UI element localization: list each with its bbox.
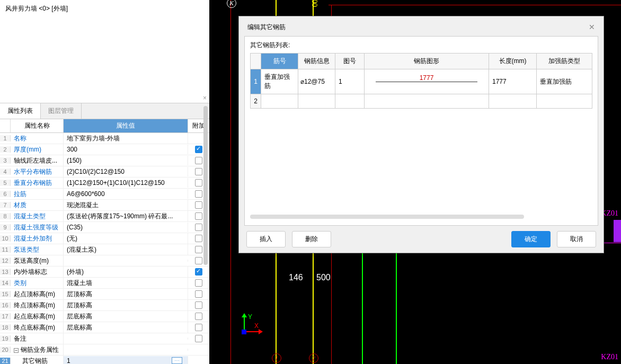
header-value[interactable]: 属性值 — [64, 119, 188, 132]
property-name: 混凝土外加剂 — [11, 233, 64, 244]
cell-shape[interactable]: 1777 — [365, 69, 489, 94]
property-value[interactable]: (混凝土泵) — [64, 244, 188, 255]
row-number: 14 — [0, 280, 11, 286]
property-value[interactable]: 现浇混凝土 — [64, 200, 188, 211]
property-row[interactable]: 12泵送高度(m) — [0, 255, 209, 267]
rebar-grid: 筋号 钢筋信息 图号 钢筋图形 长度(mm) 加强筋类型 1垂直加强筋⌀12@7… — [250, 53, 592, 109]
ok-button[interactable]: 确定 — [511, 231, 551, 247]
checkbox-icon[interactable] — [195, 201, 202, 209]
cell-type[interactable]: 垂直加强筋 — [537, 69, 592, 94]
property-row[interactable]: 4水平分布钢筋(2)C10/(2)C12@150 — [0, 166, 209, 177]
property-value[interactable] — [64, 260, 188, 262]
header-info[interactable]: 钢筋信息 — [298, 54, 335, 69]
cell-diagram[interactable]: 1 — [335, 69, 365, 94]
property-value[interactable]: 层底标高 — [64, 311, 188, 322]
more-icon[interactable]: ⋯ — [172, 357, 182, 364]
property-row[interactable]: 16终点顶标高(m)层顶标高 — [0, 300, 209, 311]
header-type[interactable]: 加强筋类型 — [537, 54, 592, 69]
cell-info[interactable] — [298, 94, 335, 109]
cell-length[interactable] — [489, 94, 537, 109]
tree-node-label[interactable]: 风井剪力墙 <0> [外墙] — [5, 5, 68, 12]
tab-layers[interactable]: 图层管理 — [41, 103, 82, 119]
checkbox-icon[interactable] — [195, 146, 202, 153]
cell-type[interactable] — [537, 94, 592, 109]
property-value[interactable]: 地下室剪力墙-外墙 — [64, 133, 188, 144]
tree-close-icon[interactable]: × — [203, 94, 207, 102]
property-name: 厚度(mm) — [11, 144, 64, 155]
horizontal-scrollbar[interactable] — [250, 215, 524, 219]
checkbox-icon[interactable] — [195, 324, 202, 331]
checkbox-icon[interactable] — [195, 279, 202, 287]
table-row[interactable]: 2 — [251, 94, 592, 109]
checkbox-icon[interactable] — [195, 290, 202, 298]
property-row[interactable]: 5垂直分布钢筋(1)C12@150+(1)C10/(1)C12@150 — [0, 177, 209, 189]
property-row[interactable]: 6拉筋A6@600*600 — [0, 189, 209, 200]
property-row[interactable]: 10混凝土外加剂(无) — [0, 233, 209, 244]
property-row[interactable]: 1名称地下室剪力墙-外墙 — [0, 133, 209, 144]
table-row[interactable]: 1垂直加强筋⌀12@75117771777垂直加强筋 — [251, 69, 592, 94]
property-value[interactable]: 300 — [64, 145, 188, 154]
checkbox-icon[interactable] — [195, 313, 202, 320]
property-value[interactable]: (泵送砼(坍落度175~190mm) 碎石最... — [64, 211, 188, 222]
cell-shape[interactable] — [365, 94, 489, 109]
property-value[interactable]: (无) — [64, 233, 188, 244]
cancel-button[interactable]: 取消 — [557, 231, 596, 247]
property-row[interactable]: 14类别混凝土墙 — [0, 278, 209, 289]
property-row[interactable]: 11泵送类型(混凝土泵) — [0, 244, 209, 255]
property-row[interactable]: 19备注 — [0, 333, 209, 344]
checkbox-icon[interactable] — [195, 212, 202, 220]
property-value[interactable]: A6@600*600 — [64, 189, 188, 199]
checkbox-icon[interactable] — [195, 335, 202, 342]
cell-length[interactable]: 1777 — [489, 69, 537, 94]
checkbox-icon[interactable] — [195, 179, 202, 187]
property-value[interactable]: (C35) — [64, 223, 188, 232]
header-shape[interactable]: 钢筋图形 — [365, 54, 489, 69]
header-diagram[interactable]: 图号 — [335, 54, 365, 69]
property-row[interactable]: 17起点底标高(m)层底标高 — [0, 311, 209, 322]
property-row[interactable]: 15起点顶标高(m)层顶标高 — [0, 289, 209, 300]
checkbox-icon[interactable] — [195, 268, 202, 276]
property-value[interactable]: 1⋯ — [64, 356, 188, 364]
checkbox-icon[interactable] — [195, 157, 202, 164]
cell-info[interactable]: ⌀12@75 — [298, 69, 335, 94]
row-number: 3 — [0, 157, 11, 164]
checkbox-icon[interactable] — [195, 168, 202, 175]
property-value[interactable]: 层顶标高 — [64, 289, 188, 300]
property-value[interactable]: (1)C12@150+(1)C10/(1)C12@150 — [64, 178, 188, 188]
tab-properties[interactable]: 属性列表 — [0, 103, 41, 119]
scrollbar[interactable] — [203, 106, 208, 265]
property-row[interactable]: 9混凝土强度等级(C35) — [0, 222, 209, 233]
property-value[interactable]: (150) — [64, 156, 188, 165]
checkbox-icon[interactable] — [195, 301, 202, 309]
property-row[interactable]: 13内/外墙标志(外墙) — [0, 267, 209, 278]
property-value[interactable] — [64, 349, 188, 351]
checkbox-icon[interactable] — [195, 190, 202, 198]
delete-button[interactable]: 删除 — [292, 231, 331, 247]
property-row[interactable]: 21其它钢筋1⋯ — [0, 356, 209, 364]
header-length[interactable]: 长度(mm) — [489, 54, 537, 69]
cell-id[interactable] — [261, 94, 298, 109]
cell-diagram[interactable] — [335, 94, 365, 109]
checkbox-icon[interactable] — [195, 235, 202, 242]
property-value[interactable]: (2)C10/(2)C12@150 — [64, 167, 188, 176]
property-value[interactable] — [64, 338, 188, 340]
insert-button[interactable]: 插入 — [246, 231, 286, 247]
property-extra — [188, 313, 209, 321]
property-row[interactable]: 20−钢筋业务属性 — [0, 344, 209, 356]
property-row[interactable]: 8混凝土类型(泵送砼(坍落度175~190mm) 碎石最... — [0, 211, 209, 222]
cell-id[interactable]: 垂直加强筋 — [261, 69, 298, 94]
header-id[interactable]: 筋号 — [261, 54, 298, 69]
property-value[interactable]: 层底标高 — [64, 322, 188, 333]
property-value[interactable]: (外墙) — [64, 267, 188, 278]
property-value[interactable]: 混凝土墙 — [64, 278, 188, 289]
property-row[interactable]: 7材质现浇混凝土 — [0, 200, 209, 211]
property-row[interactable]: 2厚度(mm)300 — [0, 144, 209, 155]
property-row[interactable]: 3轴线距左墙皮...(150) — [0, 155, 209, 166]
column-shape[interactable] — [614, 220, 621, 242]
property-value[interactable]: 层顶标高 — [64, 300, 188, 311]
property-row[interactable]: 18终点底标高(m)层底标高 — [0, 322, 209, 333]
checkbox-icon[interactable] — [195, 224, 202, 231]
checkbox-icon[interactable] — [195, 257, 202, 264]
close-icon[interactable]: ✕ — [589, 23, 595, 32]
checkbox-icon[interactable] — [195, 246, 202, 253]
